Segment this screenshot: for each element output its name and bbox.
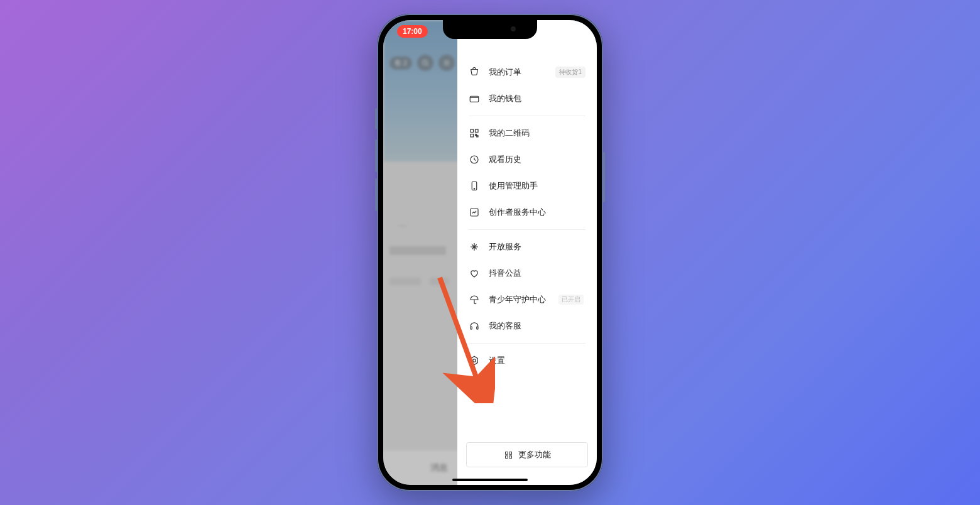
svg-rect-6 — [471, 129, 474, 133]
svg-marker-17 — [471, 356, 478, 365]
gear-icon — [469, 355, 480, 366]
svg-point-13 — [474, 188, 475, 190]
chart-icon — [469, 207, 480, 218]
menu-settings[interactable]: 设置 — [457, 347, 597, 374]
svg-rect-8 — [471, 134, 474, 138]
power-button — [602, 152, 605, 202]
screen: 17:00 客 2 ···· 消息 我 — [383, 20, 597, 485]
notch — [443, 20, 537, 39]
menu-label: 使用管理助手 — [489, 180, 538, 192]
status-time-recording: 17:00 — [397, 25, 428, 38]
sparkle-icon — [469, 241, 480, 253]
wallet-icon — [469, 93, 480, 104]
svg-rect-16 — [477, 327, 478, 330]
divider — [469, 229, 585, 230]
menu-youth-guardian[interactable]: 青少年守护中心 已开启 — [457, 286, 597, 313]
svg-rect-5 — [470, 96, 479, 102]
menu-my-qrcode[interactable]: 我的二维码 — [457, 120, 597, 146]
heart-icon — [469, 268, 480, 279]
svg-rect-20 — [509, 452, 511, 454]
svg-rect-7 — [476, 129, 479, 133]
svg-rect-22 — [509, 455, 511, 458]
orders-badge: 待收货1 — [555, 67, 585, 78]
menu-customer-support[interactable]: 我的客服 — [457, 313, 597, 339]
svg-rect-10 — [477, 136, 478, 137]
menu-label: 观看历史 — [489, 154, 521, 165]
phone-manage-icon — [469, 180, 480, 192]
menu-label: 我的钱包 — [489, 93, 521, 104]
menu-usage-assistant[interactable]: 使用管理助手 — [457, 173, 597, 199]
menu-label: 抖音公益 — [489, 268, 521, 279]
phone-frame: 17:00 客 2 ···· 消息 我 — [377, 14, 603, 491]
menu-label: 我的二维码 — [489, 128, 530, 139]
svg-rect-19 — [505, 452, 508, 454]
volume-down — [375, 178, 378, 211]
more-btn-label: 更多功能 — [518, 449, 551, 460]
menu-my-orders[interactable]: 我的订单 待收货1 — [457, 59, 597, 85]
cart-icon — [469, 67, 480, 78]
menu-watch-history[interactable]: 观看历史 — [457, 146, 597, 173]
divider — [469, 343, 585, 344]
volume-up — [375, 139, 378, 172]
menu-open-service[interactable]: 开放服务 — [457, 234, 597, 260]
menu-label: 设置 — [489, 355, 505, 366]
svg-rect-15 — [471, 327, 472, 330]
menu-my-wallet[interactable]: 我的钱包 — [457, 85, 597, 112]
youth-badge: 已开启 — [558, 295, 584, 305]
menu-label: 我的订单 — [489, 67, 521, 78]
menu-label: 我的客服 — [489, 320, 521, 332]
menu-creator-center[interactable]: 创作者服务中心 — [457, 199, 597, 225]
svg-point-18 — [473, 359, 476, 362]
home-indicator — [452, 479, 528, 481]
svg-rect-21 — [505, 455, 508, 458]
menu-charity[interactable]: 抖音公益 — [457, 260, 597, 286]
headset-icon — [469, 320, 480, 332]
side-drawer: 我的订单 待收货1 我的钱包 我的二维码 — [457, 20, 597, 485]
qrcode-icon — [469, 128, 480, 139]
divider — [469, 116, 585, 116]
more-features-button[interactable]: 更多功能 — [466, 442, 588, 467]
menu-label: 青少年守护中心 — [489, 294, 546, 305]
menu-label: 开放服务 — [489, 241, 521, 253]
umbrella-icon — [469, 294, 480, 305]
mute-switch — [375, 108, 378, 129]
clock-icon — [469, 154, 480, 165]
menu-label: 创作者服务中心 — [489, 207, 546, 218]
